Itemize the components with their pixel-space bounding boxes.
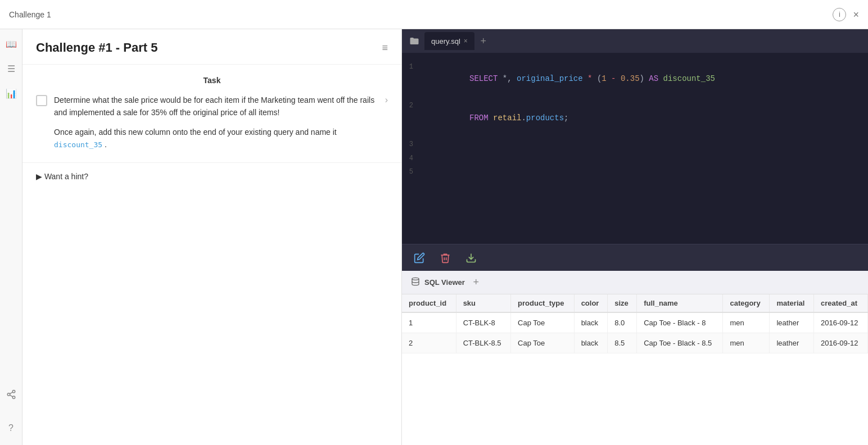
col-size: size [608, 294, 637, 312]
download-button[interactable] [463, 249, 480, 266]
hint-toggle[interactable]: ▶ Want a hint? [36, 172, 388, 181]
sidebar-icon-code[interactable] [3, 110, 19, 126]
cell-product-type: Cap Toe [511, 333, 575, 353]
code-line-4: 4 [402, 151, 868, 165]
editor-tab-query-sql[interactable]: query.sql × [424, 32, 474, 50]
cell-product-id: 1 [402, 312, 456, 333]
sql-viewer-header: SQL Viewer + [402, 271, 868, 294]
cell-sku: CT-BLK-8.5 [456, 333, 510, 353]
title-bar: Challenge 1 i × [0, 0, 868, 29]
svg-line-3 [10, 395, 12, 397]
sidebar-icon-share[interactable] [3, 387, 19, 402]
hint-section: ▶ Want a hint? [22, 163, 401, 190]
col-full-name: full_name [637, 294, 723, 312]
challenge-header: Challenge #1 - Part 5 ≡ [22, 29, 401, 65]
window-title: Challenge 1 [9, 10, 51, 19]
code-editor[interactable]: 1 SELECT *, original_price * (1 - 0.35) … [402, 53, 868, 244]
cell-size: 8.5 [608, 333, 637, 353]
task-content: Determine what the sale price would be f… [54, 94, 378, 151]
cell-sku: CT-BLK-8 [456, 312, 510, 333]
tab-close-icon[interactable]: × [464, 37, 468, 45]
left-panel: Challenge #1 - Part 5 ≡ Task Determine w… [22, 29, 402, 445]
sidebar-icons: 📖 ☰ 📊 ? [0, 29, 22, 445]
cell-category: men [723, 333, 770, 353]
folder-icon[interactable] [406, 33, 422, 49]
right-panel: query.sql × + 1 SELECT *, original_price… [402, 29, 868, 445]
sql-viewer-title: SQL Viewer [424, 278, 465, 287]
col-created-at: created_at [813, 294, 867, 312]
code-line-3: 3 [402, 137, 868, 151]
task-label: Task [36, 76, 388, 85]
task-code-ref: discount_35 [54, 140, 102, 149]
cell-color: black [574, 312, 608, 333]
table-row: 1CT-BLK-8Cap Toeblack8.0Cap Toe - Black … [402, 312, 868, 333]
code-line-1: 1 SELECT *, original_price * (1 - 0.35) … [402, 60, 868, 98]
cell-color: black [574, 333, 608, 353]
cell-material: leather [770, 312, 814, 333]
run-button[interactable] [411, 249, 428, 266]
cell-product-type: Cap Toe [511, 312, 575, 333]
svg-line-4 [10, 392, 12, 394]
editor-tabs: query.sql × + [402, 29, 868, 53]
svg-point-2 [12, 396, 15, 399]
sql-viewer-scroll[interactable]: product_id sku product_type color size f… [402, 294, 868, 445]
delete-button[interactable] [437, 249, 454, 266]
cell-created-at: 2016-09-12 [813, 312, 867, 333]
cell-full-name: Cap Toe - Black - 8.5 [637, 333, 723, 353]
col-material: material [770, 294, 814, 312]
challenge-title: Challenge #1 - Part 5 [36, 40, 382, 55]
main-layout: 📖 ☰ 📊 ? Challenge #1 - Part 5 ≡ Task Det… [0, 29, 868, 445]
cell-size: 8.0 [608, 312, 637, 333]
task-description: Determine what the sale price would be f… [54, 94, 378, 119]
sql-viewer-add-button[interactable]: + [469, 276, 483, 289]
table-header-row: product_id sku product_type color size f… [402, 294, 868, 312]
info-button[interactable]: i [833, 8, 846, 21]
col-sku: sku [456, 294, 510, 312]
title-bar-actions: i × [833, 8, 859, 21]
cell-created-at: 2016-09-12 [813, 333, 867, 353]
table-body: 1CT-BLK-8Cap Toeblack8.0Cap Toe - Black … [402, 312, 868, 353]
col-category: category [723, 294, 770, 312]
col-product-type: product_type [511, 294, 575, 312]
col-color: color [574, 294, 608, 312]
table-row: 2CT-BLK-8.5Cap Toeblack8.5Cap Toe - Blac… [402, 333, 868, 353]
db-icon [411, 277, 420, 288]
menu-icon[interactable]: ≡ [382, 42, 388, 54]
task-chevron-icon[interactable]: › [385, 95, 388, 105]
sidebar-icon-help[interactable]: ? [3, 420, 19, 436]
svg-point-1 [7, 393, 10, 396]
task-checkbox[interactable] [36, 95, 47, 106]
sql-viewer: SQL Viewer + product_id sku product_type… [402, 271, 868, 445]
task-item: Determine what the sale price would be f… [36, 94, 388, 151]
code-line-2: 2 FROM retail.products; [402, 98, 868, 137]
tab-label: query.sql [431, 37, 460, 46]
svg-point-0 [12, 390, 15, 393]
task-instruction: Once again, add this new column onto the… [54, 126, 378, 151]
cell-category: men [723, 312, 770, 333]
task-section: Task Determine what the sale price would… [22, 65, 401, 163]
sidebar-icon-list[interactable]: ☰ [3, 61, 19, 76]
tab-add-button[interactable]: + [477, 34, 490, 48]
close-button[interactable]: × [853, 10, 859, 20]
cell-full-name: Cap Toe - Black - 8 [637, 312, 723, 333]
sidebar-icon-book[interactable]: 📖 [3, 36, 19, 52]
data-table: product_id sku product_type color size f… [402, 294, 868, 353]
svg-point-6 [412, 278, 419, 280]
code-line-5: 5 [402, 165, 868, 178]
cell-product-id: 2 [402, 333, 456, 353]
cell-material: leather [770, 333, 814, 353]
col-product-id: product_id [402, 294, 456, 312]
editor-toolbar [402, 244, 868, 271]
sidebar-icon-chart[interactable]: 📊 [3, 85, 19, 101]
